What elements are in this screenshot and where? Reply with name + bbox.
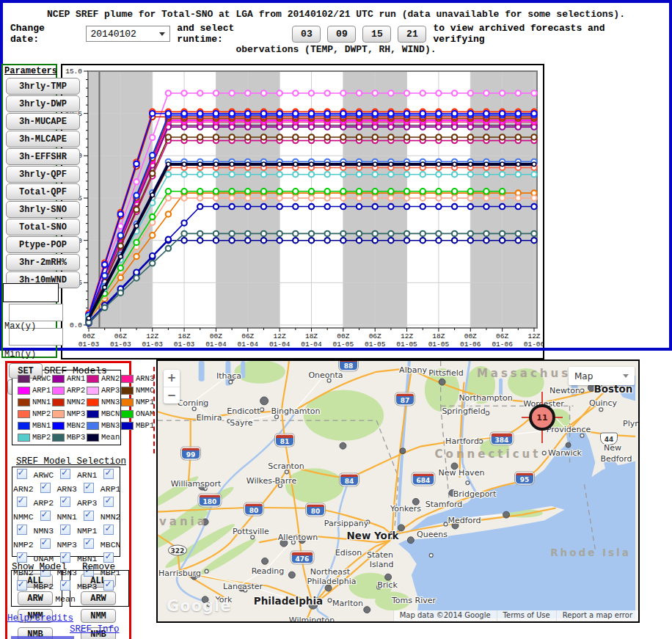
zoom-in-button[interactable]: + (164, 370, 180, 387)
sref-info-link[interactable]: SREF Info (70, 624, 120, 635)
route-shield-84: 84 (340, 474, 359, 486)
map-label-sayre: Sayre (230, 418, 252, 428)
legend-swatch-MBP3 (52, 434, 65, 442)
param-button-3h-mlcape[interactable]: 3h-MLCAPE (6, 131, 80, 147)
legend-swatch-MBN1 (18, 422, 30, 430)
param-button-3hr-2mrh%[interactable]: 3hr-2mRH% (6, 254, 80, 271)
legend-label: MBP2 (32, 433, 51, 442)
station-map[interactable]: Google + − Map 11 IthacaOneontaAlbanyPit… (156, 359, 640, 623)
legend-item-ONAM: ONAM (121, 408, 156, 420)
param-button-3hrly-tmp[interactable]: 3hrly-TMP (6, 78, 80, 95)
param-button-3h-effshr[interactable]: 3h-EFFSHR (6, 148, 80, 165)
model-checkbox-label: MBCN (95, 540, 121, 549)
model-checkbox[interactable] (103, 469, 114, 479)
station-marker[interactable]: 11 (529, 404, 555, 431)
model-checkbox-label: ARN1 (72, 470, 102, 480)
param-button-ptype-pop[interactable]: Ptype-POP (6, 236, 80, 253)
model-checkbox[interactable] (40, 511, 51, 521)
legend-swatch-NMN3 (87, 398, 99, 406)
map-type-label: Map (574, 371, 593, 381)
map-label-reading: Reading (252, 566, 285, 576)
model-checkbox[interactable] (17, 552, 27, 563)
legend-label: NMP1 (136, 398, 154, 406)
model-checkbox[interactable] (84, 483, 94, 493)
legend-swatch-NMN1 (18, 398, 30, 406)
legend-item-MBP3: MBP3 (52, 431, 87, 443)
map-label-staten: Staten (367, 550, 393, 560)
map-label-elmira: Elmira (196, 413, 222, 423)
legend-item-NMN3: NMN3 (87, 396, 121, 408)
svg-text:18Z: 18Z (178, 332, 191, 340)
param-button-3hrly-dwp[interactable]: 3hrly-DWP (6, 95, 80, 112)
svg-text:01-04: 01-04 (301, 340, 322, 348)
param-button-3hrly-sno[interactable]: 3hrly-SNO (6, 201, 80, 218)
legend-item-ARN1: ARN1 (52, 373, 87, 384)
param-button-3hrly-qpf[interactable]: 3hrly-QPF (6, 166, 80, 183)
legend-swatch-Mean (87, 434, 99, 442)
model-checkbox[interactable] (84, 511, 94, 521)
model-checkbox[interactable] (17, 580, 27, 591)
model-checkbox[interactable] (103, 525, 114, 535)
truncated-link[interactable] (11, 636, 74, 639)
max-y-input[interactable] (9, 304, 63, 321)
model-checkbox[interactable] (17, 525, 27, 535)
help-credits-link[interactable]: Help/Credits (7, 613, 73, 624)
model-checkbox[interactable] (103, 580, 114, 591)
legend-label: NMP3 (67, 409, 85, 418)
parameters-link[interactable]: Parameters (4, 66, 57, 76)
model-checkbox[interactable] (103, 552, 114, 563)
model-checkbox-label: NMP3 (52, 540, 82, 549)
route-shield-80: 80 (244, 503, 263, 516)
remove-nmm-button[interactable]: NMM (81, 609, 116, 623)
param-button-total-sno[interactable]: Total-SNO (6, 219, 80, 235)
model-checkbox[interactable] (84, 538, 94, 549)
empty-box (3, 283, 59, 302)
date-select[interactable]: 20140102 (86, 26, 171, 42)
map-type-selector[interactable]: Map (569, 367, 635, 385)
model-checkbox[interactable] (40, 483, 51, 493)
legend-item-NMP3: NMP3 (52, 408, 87, 420)
zoom-out-button[interactable]: − (164, 387, 180, 404)
legend-swatch-MBP1 (121, 422, 134, 430)
svg-text:01-05: 01-05 (396, 340, 417, 348)
legend-swatch-ONAM (121, 410, 134, 418)
legend-swatch-MBN3 (87, 422, 99, 430)
terms-of-use-link[interactable]: Terms of Use (497, 610, 556, 621)
param-button-total-qpf[interactable]: Total-QPF (6, 183, 80, 200)
map-label-providence: Providence (547, 425, 591, 434)
model-checkbox[interactable] (60, 580, 70, 591)
models-legend: ARWCARN1ARN2ARN3ARP1ARP2ARP3NMMCNMN1NMN2… (18, 373, 156, 444)
legend-item-MBN1: MBN1 (18, 420, 52, 431)
runtime-button-21[interactable]: 21 (398, 26, 426, 43)
model-checkbox[interactable] (60, 469, 70, 479)
model-checkbox[interactable] (17, 469, 27, 479)
max-y-label: Max(y) (4, 321, 36, 332)
legend-item-MBCN: MBCN (87, 408, 121, 420)
map-label-marlton: Marlton (332, 599, 363, 608)
svg-text:01-05: 01-05 (333, 340, 354, 348)
model-checkbox[interactable] (60, 552, 70, 563)
runtime-button-03[interactable]: 03 (292, 26, 321, 43)
map-label-oneonta: Oneonta (308, 370, 343, 380)
report-error-link[interactable]: Report a map error (556, 610, 638, 621)
runtime-button-09[interactable]: 09 (327, 26, 356, 43)
model-checkbox[interactable] (60, 497, 70, 507)
runtime-button-15[interactable]: 15 (362, 26, 391, 43)
model-checkbox-label: NMP2 (13, 540, 39, 549)
route-shield-81: 81 (275, 434, 294, 447)
legend-swatch-MBCN (87, 410, 99, 418)
header-line3: obervations (TEMP, DWPT, RH, WIND). (0, 44, 672, 55)
plume-chart-svg: 0.02.55.07.510.012.515.000Z01-0306Z01-03… (62, 65, 543, 358)
remove-model-title: Remove (82, 562, 115, 572)
legend-item-NMP1: NMP1 (121, 396, 156, 408)
model-checkbox[interactable] (40, 538, 51, 549)
model-checkbox[interactable] (103, 497, 114, 507)
legend-swatch-NMMC (121, 387, 134, 395)
model-checkbox-label: ARN3 (52, 484, 82, 494)
legend-label: ARN2 (101, 374, 120, 383)
map-attribution: Map data ©2014 Google Terms of Use Repor… (393, 610, 638, 621)
param-button-3h-mucape[interactable]: 3h-MUCAPE (6, 113, 80, 130)
model-checkbox[interactable] (60, 525, 70, 535)
chevron-down-icon (623, 374, 629, 378)
model-checkbox[interactable] (17, 497, 27, 507)
